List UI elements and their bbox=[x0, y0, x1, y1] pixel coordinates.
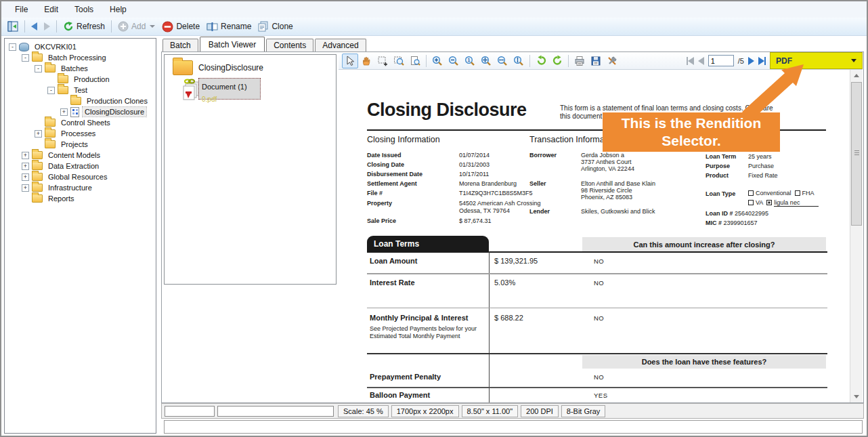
print-button[interactable] bbox=[571, 54, 588, 68]
batch-contents-panel: ClosingDisclosure Document (1) 0.pdf bbox=[164, 54, 337, 285]
fit-height-icon bbox=[513, 56, 524, 66]
rotate-right-button[interactable] bbox=[549, 54, 565, 68]
callout-text-line2: Selector. bbox=[661, 133, 721, 148]
document-title: Closing Disclosure bbox=[367, 100, 527, 121]
application-window: File Edit Tools Help Refresh bbox=[0, 0, 868, 437]
save-button[interactable] bbox=[588, 54, 604, 68]
tab-batch-viewer[interactable]: Batch Viewer bbox=[200, 37, 265, 53]
fit-page-button[interactable] bbox=[478, 54, 494, 68]
batch-folder-icon[interactable] bbox=[173, 60, 193, 75]
tree-item-infrastructure[interactable]: Infrastructure bbox=[5, 182, 156, 193]
batch-folder-label[interactable]: ClosingDisclosure bbox=[198, 63, 263, 72]
tree-item-production-clones[interactable]: Production Clones bbox=[5, 96, 156, 106]
field-value: 2399901657 bbox=[724, 220, 758, 226]
field-label: Loan ID # bbox=[706, 210, 733, 217]
folder-icon bbox=[32, 194, 43, 203]
menu-edit[interactable]: Edit bbox=[36, 3, 66, 16]
collapse-icon[interactable] bbox=[9, 43, 16, 51]
toggle-panel-button[interactable] bbox=[4, 20, 22, 33]
tree-item-closingdisclosure[interactable]: ClosingDisclosure bbox=[5, 106, 156, 117]
tree-item-label: Batches bbox=[59, 64, 90, 73]
zoom-out-icon bbox=[448, 56, 459, 66]
tree-item-content-models[interactable]: Content Models bbox=[5, 150, 156, 161]
select-region-icon bbox=[377, 56, 388, 66]
tree-item-batches[interactable]: Batches bbox=[5, 63, 156, 74]
expand-icon[interactable] bbox=[60, 108, 68, 116]
tree-item-global-resources[interactable]: Global Resources bbox=[5, 171, 156, 182]
zoom-out-button[interactable] bbox=[446, 54, 462, 68]
collapse-icon[interactable] bbox=[35, 65, 42, 72]
hand-icon bbox=[361, 56, 372, 66]
vertical-scrollbar[interactable] bbox=[850, 70, 863, 402]
zoom-actual-size-button[interactable]: 1 bbox=[462, 54, 478, 68]
zoom-region-icon bbox=[393, 56, 404, 66]
refresh-button[interactable]: Refresh bbox=[60, 20, 108, 33]
expand-icon[interactable] bbox=[22, 184, 29, 192]
tree-item-label: Processes bbox=[59, 129, 97, 138]
previous-page-button[interactable] bbox=[698, 57, 704, 65]
tree-item-projects[interactable]: Projects bbox=[5, 139, 156, 150]
menu-file[interactable]: File bbox=[7, 3, 36, 16]
zoom-region-tool-button[interactable] bbox=[391, 54, 407, 68]
checkbox-fha bbox=[795, 190, 800, 196]
message-field[interactable] bbox=[164, 420, 863, 434]
checkbox-label: FHA bbox=[802, 190, 815, 196]
collapse-icon[interactable] bbox=[47, 87, 55, 94]
tree-item-reports[interactable]: Reports bbox=[5, 193, 156, 204]
page-number-input[interactable] bbox=[708, 55, 734, 66]
collapse-icon[interactable] bbox=[22, 54, 29, 62]
tree-item-data-extraction[interactable]: Data Extraction bbox=[5, 161, 156, 171]
scroll-up-button[interactable] bbox=[851, 70, 862, 81]
delete-button[interactable]: Delete bbox=[158, 20, 203, 34]
tree-item-okcvrki01[interactable]: OKCVRKI01 bbox=[5, 41, 156, 52]
tab-batch[interactable]: Batch bbox=[162, 39, 198, 52]
tree-item-control-sheets[interactable]: Control Sheets bbox=[5, 117, 156, 128]
fit-height-button[interactable] bbox=[511, 54, 527, 68]
settings-button[interactable] bbox=[604, 54, 620, 68]
status-field-1[interactable] bbox=[165, 406, 215, 417]
clone-button[interactable]: Clone bbox=[255, 20, 296, 33]
forward-button[interactable] bbox=[41, 21, 53, 32]
rename-button[interactable]: Rename bbox=[203, 20, 255, 33]
tree-item-test[interactable]: Test bbox=[5, 85, 156, 96]
clone-label: Clone bbox=[272, 22, 292, 31]
expand-icon[interactable] bbox=[22, 173, 29, 181]
select-tool-button[interactable] bbox=[342, 54, 358, 68]
tree-item-production[interactable]: Production bbox=[5, 74, 156, 85]
tab-advanced[interactable]: Advanced bbox=[315, 39, 366, 52]
rotate-left-button[interactable] bbox=[533, 54, 549, 68]
menu-help[interactable]: Help bbox=[102, 3, 135, 16]
table-answer: NO bbox=[594, 257, 604, 265]
first-page-button[interactable] bbox=[687, 57, 694, 65]
checkbox-label: VA bbox=[756, 199, 763, 206]
loan-terms-question2: Does the loan have these features? bbox=[582, 355, 826, 369]
field-value: 01/31/2003 bbox=[459, 161, 490, 168]
preview-tool-button[interactable] bbox=[407, 54, 423, 68]
add-button[interactable]: Add bbox=[114, 20, 158, 33]
scrollbar-thumb[interactable] bbox=[851, 82, 862, 226]
folder-icon bbox=[32, 162, 43, 170]
pan-tool-button[interactable] bbox=[358, 54, 374, 68]
rename-icon bbox=[207, 22, 218, 32]
back-button[interactable] bbox=[28, 21, 41, 32]
rotate-right-icon bbox=[552, 55, 563, 66]
tab-contents[interactable]: Contents bbox=[266, 39, 313, 52]
expand-icon[interactable] bbox=[22, 152, 29, 159]
main-toolbar: Refresh Add Delete Rename bbox=[1, 18, 867, 36]
menu-tools[interactable]: Tools bbox=[66, 3, 102, 16]
tree-item-batch-processing[interactable]: Batch Processing bbox=[5, 52, 156, 63]
tree-item-label: Data Extraction bbox=[46, 161, 101, 171]
expand-icon[interactable] bbox=[35, 130, 42, 138]
tools-icon bbox=[607, 56, 617, 66]
checkbox-other-checked bbox=[766, 200, 772, 205]
document-item-selected[interactable]: Document (1) 0.pdf bbox=[198, 78, 261, 100]
tree-item-processes[interactable]: Processes bbox=[5, 128, 156, 139]
select-region-tool-button[interactable] bbox=[374, 54, 391, 68]
expand-icon[interactable] bbox=[22, 163, 29, 170]
fit-width-button[interactable] bbox=[494, 54, 511, 68]
zoom-in-button[interactable] bbox=[429, 54, 446, 68]
scroll-down-button[interactable] bbox=[851, 391, 862, 402]
field-label: Closing Date bbox=[367, 161, 404, 168]
add-dropdown-icon bbox=[150, 25, 155, 28]
status-field-2[interactable] bbox=[217, 406, 334, 417]
